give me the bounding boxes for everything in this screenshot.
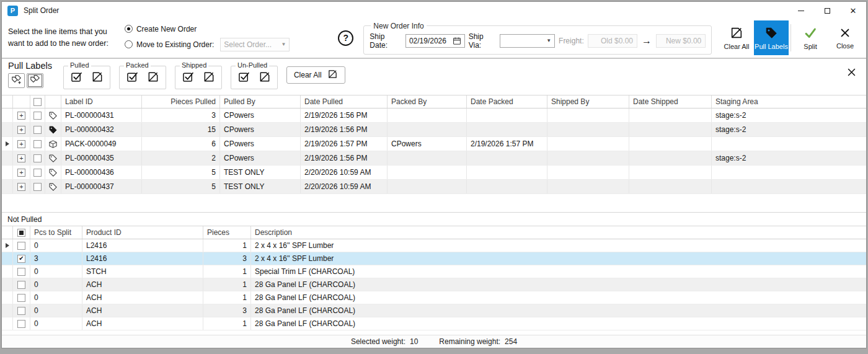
split-grid-row[interactable]: 0ACH128 Ga Panel LF (CHARCOAL) <box>2 291 866 304</box>
pulled-grid-row[interactable]: +PL-0000004365TEST ONLY2/20/2026 10:59 A… <box>2 166 866 180</box>
help-button[interactable]: ? <box>338 30 353 46</box>
row-checkbox[interactable] <box>13 291 30 304</box>
uncheck-un-pulled-button[interactable] <box>257 70 273 86</box>
cell-pcs-to-split: 0 <box>30 291 82 304</box>
instruction-text: Select the line items that you want to a… <box>8 26 108 50</box>
clear-all-button[interactable]: Clear All <box>719 20 754 55</box>
uncheck-shipped-button[interactable] <box>201 70 217 86</box>
radio-unselected-icon[interactable] <box>125 40 133 48</box>
row-checkbox[interactable] <box>13 304 30 317</box>
cell-staging-area: stage:s-2 <box>712 123 866 136</box>
column-header-packed-by[interactable]: Packed By <box>388 95 467 108</box>
plus-icon: + <box>17 154 25 162</box>
maximize-icon <box>825 8 830 14</box>
row-checkbox[interactable] <box>13 252 30 265</box>
column-header-pieces[interactable]: Pieces <box>203 226 251 239</box>
select-all-split-checkbox[interactable] <box>13 226 30 239</box>
cell-description: 28 Ga Panel LF (CHARCOAL) <box>251 304 866 317</box>
row-checkbox[interactable] <box>30 108 45 122</box>
expand-row-button[interactable]: + <box>13 180 30 193</box>
cell-pieces-pulled: 5 <box>142 180 220 193</box>
pull-labels-button[interactable]: Pull Labels <box>754 20 789 55</box>
panel-clear-all-button[interactable]: Clear All <box>286 66 345 84</box>
select-order-dropdown[interactable]: Select Order... ▼ <box>220 38 290 51</box>
current-row-indicator <box>2 123 13 136</box>
pulled-grid-row[interactable]: +PL-0000004313CPowers2/19/2026 1:56 PMst… <box>2 108 866 123</box>
cell-staging-area <box>712 166 866 179</box>
column-header-date-pulled[interactable]: Date Pulled <box>301 95 388 108</box>
pulled-grid-row[interactable]: +PL-0000004375TEST ONLY2/20/2026 10:59 A… <box>2 180 866 194</box>
column-header-date-shipped[interactable]: Date Shipped <box>629 95 712 108</box>
row-checkbox[interactable] <box>30 123 45 136</box>
pulled-grid-row[interactable]: +PL-00000043215CPowers2/19/2026 1:56 PMs… <box>2 123 866 137</box>
close-window-button[interactable]: ✕ <box>840 2 866 19</box>
pulled-grid-row[interactable]: +PACK-00000496CPowers2/19/2026 1:57 PMCP… <box>2 137 866 151</box>
check-un-pulled-button[interactable] <box>236 70 252 86</box>
check-shipped-button[interactable] <box>180 70 196 86</box>
freight-old-input: Old $0.00 <box>588 34 637 48</box>
pulled-grid-row[interactable]: +PL-0000004352CPowers2/19/2026 1:56 PMst… <box>2 151 866 166</box>
split-grid-row[interactable]: 0ACH328 Ga Panel LF (CHARCOAL) <box>2 304 866 317</box>
radio-create-new-order[interactable]: Create New Order <box>125 25 290 33</box>
cell-pulled-by: CPowers <box>220 137 301 151</box>
calendar-icon[interactable] <box>453 37 461 45</box>
column-header-product-id[interactable]: Product ID <box>82 226 203 239</box>
close-panel-button[interactable] <box>843 64 860 82</box>
expand-row-button[interactable]: + <box>13 166 30 179</box>
row-checkbox[interactable] <box>13 239 30 252</box>
expand-row-button[interactable]: + <box>13 108 30 122</box>
uncheck-pulled-button[interactable] <box>89 70 105 86</box>
row-checkbox[interactable] <box>13 265 30 278</box>
add-labels-button[interactable] <box>8 73 25 88</box>
expand-row-button[interactable]: + <box>13 137 30 151</box>
select-all-pulled-checkbox[interactable] <box>30 95 45 108</box>
radio-move-label[interactable]: Move to Existing Order: <box>136 40 214 49</box>
slashed-tag-icon <box>259 71 271 86</box>
titlebar[interactable]: P Split Order ✕ <box>2 2 866 19</box>
app-logo-icon: P <box>7 6 18 16</box>
split-grid-row[interactable]: 0ACH128 Ga Panel LF (CHARCOAL) <box>2 317 866 330</box>
minimize-button[interactable] <box>788 2 814 19</box>
ship-via-dropdown[interactable]: ▼ <box>500 34 555 48</box>
close-button[interactable]: Close <box>828 20 862 55</box>
column-header-label-id[interactable]: Label ID <box>61 95 142 108</box>
cell-staging-area: stage:s-2 <box>712 151 866 165</box>
packed-group: Packed <box>119 66 166 89</box>
row-checkbox[interactable] <box>30 137 45 151</box>
column-header-staging-area[interactable]: Staging Area <box>712 95 866 108</box>
column-header-pcs-to-split[interactable]: Pcs to Split <box>30 226 82 239</box>
check-packed-button[interactable] <box>124 70 140 86</box>
expand-row-button[interactable]: + <box>13 123 30 136</box>
expand-row-button[interactable]: + <box>13 151 30 165</box>
cell-packed-by <box>388 108 467 122</box>
column-header-shipped-by[interactable]: Shipped By <box>547 95 629 108</box>
header-indicator-cell <box>2 226 13 239</box>
column-header-pulled-by[interactable]: Pulled By <box>220 95 301 108</box>
split-grid-row[interactable]: 3L241632 x 4 x 16'' SPF Lumber <box>2 252 866 265</box>
column-header-description[interactable]: Description <box>251 226 866 239</box>
checkbox-icon <box>33 126 42 134</box>
split-grid-row[interactable]: 0L241612 x 4 x 16'' SPF Lumber <box>2 239 866 252</box>
not-pulled-label: Not Pulled <box>7 215 42 224</box>
row-checkbox[interactable] <box>13 278 30 291</box>
cell-label-id: PACK-0000049 <box>61 137 142 151</box>
uncheck-packed-button[interactable] <box>145 70 161 86</box>
check-pulled-button[interactable] <box>68 70 84 86</box>
row-checkbox[interactable] <box>30 151 45 165</box>
row-checkbox[interactable] <box>13 317 30 330</box>
split-grid-row[interactable]: 0STCH1Special Trim LF (CHARCOAL) <box>2 265 866 278</box>
selected-weight-label: Selected weight: <box>351 337 405 346</box>
split-grid-row[interactable]: 0ACH128 Ga Panel LF (CHARCOAL) <box>2 278 866 291</box>
split-button[interactable]: Split <box>793 20 828 55</box>
cell-date-pulled: 2/19/2026 1:57 PM <box>301 137 388 151</box>
select-labels-button[interactable] <box>27 73 43 88</box>
maximize-button[interactable] <box>814 2 840 19</box>
row-arrow-icon <box>6 243 9 248</box>
column-header-date-packed[interactable]: Date Packed <box>467 95 547 108</box>
checkbox-icon <box>33 98 42 106</box>
row-checkbox[interactable] <box>30 180 45 193</box>
ship-date-input[interactable]: 02/19/2026 <box>405 34 465 48</box>
column-header-pieces-pulled[interactable]: Pieces Pulled <box>142 95 220 108</box>
row-checkbox[interactable] <box>30 166 45 179</box>
checkbox-check-icon <box>182 71 194 86</box>
